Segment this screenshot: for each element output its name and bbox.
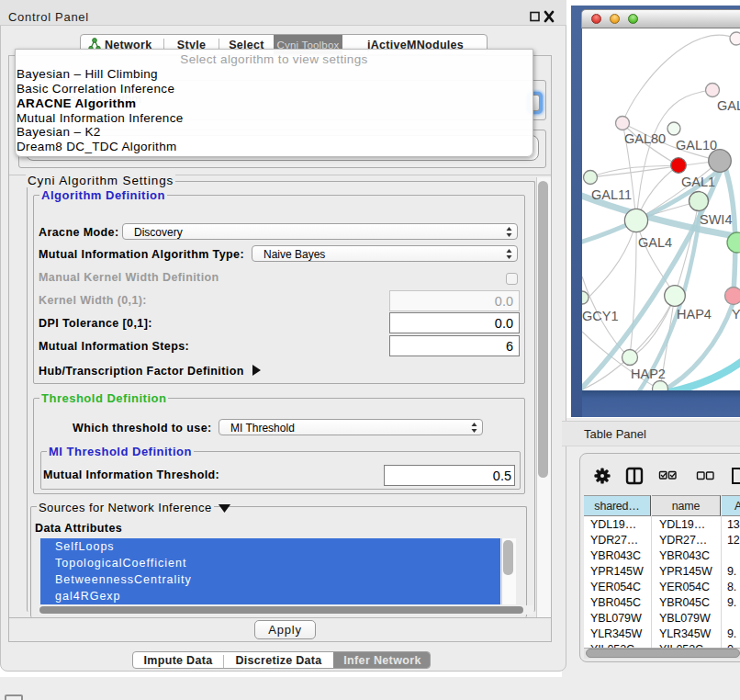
- svg-text:HAP4: HAP4: [677, 307, 712, 322]
- svg-text:GAL4: GAL4: [638, 235, 672, 250]
- svg-text:HAP2: HAP2: [631, 367, 666, 381]
- svg-text:GAL1: GAL1: [681, 175, 715, 189]
- svg-text:GCY1: GCY1: [582, 309, 619, 323]
- svg-text:Y: Y: [732, 307, 740, 322]
- svg-text:GAL11: GAL11: [591, 187, 632, 202]
- svg-text:GAL7: GAL7: [717, 98, 740, 113]
- svg-text:GAL80: GAL80: [624, 131, 666, 146]
- svg-text:GAL10: GAL10: [676, 138, 717, 152]
- svg-text:SWI4: SWI4: [700, 212, 732, 227]
